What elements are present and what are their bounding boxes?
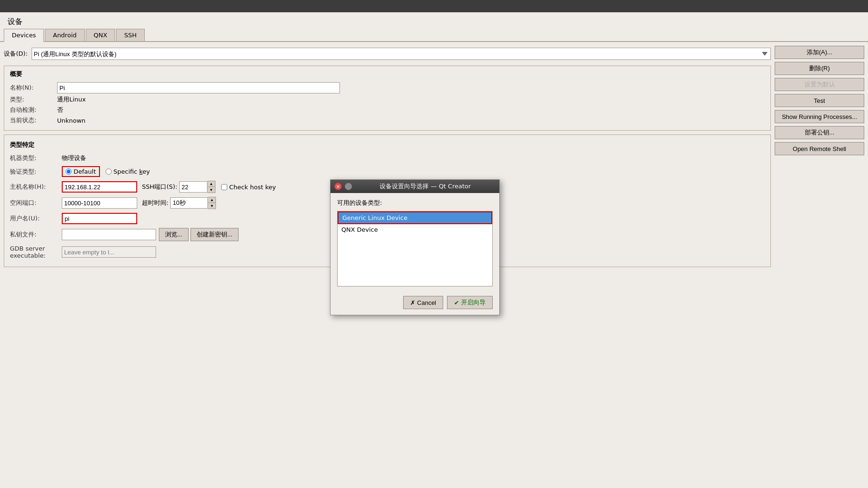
username-input[interactable] <box>62 213 137 224</box>
free-port-label: 空闲端口: <box>10 199 62 207</box>
type-label: 类型: <box>10 95 57 104</box>
gdb-label: GDB server executable: <box>10 245 62 259</box>
machine-type-value: 物理设备 <box>62 154 86 162</box>
modal-close-button[interactable]: ✕ <box>334 183 342 190</box>
ok-label: 开启向导 <box>461 298 486 307</box>
timeout-input[interactable] <box>170 197 208 209</box>
add-button[interactable]: 添加(A)... <box>775 46 864 59</box>
auth-default-option: Default <box>62 166 100 177</box>
machine-type-row: 机器类型: 物理设备 <box>10 154 765 162</box>
device-selector-label: 设备(D): <box>4 50 28 58</box>
hostname-label: 主机名称(H): <box>10 183 62 191</box>
machine-type-label: 机器类型: <box>10 154 62 162</box>
summary-title: 概要 <box>10 70 765 78</box>
autodetect-label: 自动检测: <box>10 106 57 114</box>
create-key-button[interactable]: 创建新密钥... <box>190 228 239 241</box>
ssh-port-down[interactable]: ▼ <box>207 187 215 193</box>
device-list-item-generic[interactable]: Generic Linux Device <box>338 211 492 224</box>
device-list-item-qnx[interactable]: QNX Device <box>338 224 492 235</box>
cancel-icon: ✗ <box>410 299 415 306</box>
name-label: 名称(N): <box>10 84 57 92</box>
tabs-bar: Devices Android QNX SSH <box>0 29 868 42</box>
auth-type-label: 验证类型: <box>10 168 62 176</box>
timeout-down[interactable]: ▼ <box>208 203 215 209</box>
tab-devices[interactable]: Devices <box>4 29 44 42</box>
gdb-input[interactable] <box>62 246 156 258</box>
ssh-port-label: SSH端口(S): <box>142 183 177 191</box>
modal-footer: ✗ Cancel ✔ 开启向导 <box>331 292 499 315</box>
set-default-button[interactable]: 设置为默认 <box>775 78 864 91</box>
username-label: 用户名(U): <box>10 214 62 223</box>
autodetect-value: 否 <box>57 106 63 114</box>
tab-qnx[interactable]: QNX <box>86 29 116 41</box>
modal-body: 可用的设备类型: Generic Linux Device QNX Device <box>331 193 499 292</box>
check-host-key-checkbox[interactable] <box>221 184 227 190</box>
remove-button[interactable]: 删除(R) <box>775 62 864 75</box>
type-specific-title: 类型特定 <box>10 141 765 149</box>
hostname-input[interactable] <box>62 181 137 193</box>
auth-type-row: 验证类型: Default Specific key <box>10 166 765 177</box>
device-selector-row: 设备(D): Pi (通用Linux 类型的默认设备) <box>4 46 771 62</box>
device-selector[interactable]: Pi (通用Linux 类型的默认设备) <box>32 48 771 60</box>
auth-specific-option: Specific key <box>106 168 150 175</box>
status-value: Unknown <box>57 117 85 124</box>
modal-ok-button[interactable]: ✔ 开启向导 <box>447 296 493 309</box>
modal-available-label: 可用的设备类型: <box>337 199 493 207</box>
ssh-port-up[interactable]: ▲ <box>207 181 215 187</box>
check-host-key-label: Check host key <box>221 184 276 191</box>
free-port-input[interactable] <box>62 197 137 209</box>
private-key-label: 私钥文件: <box>10 230 62 239</box>
tab-android[interactable]: Android <box>45 29 84 41</box>
modal-cancel-button[interactable]: ✗ Cancel <box>403 296 443 309</box>
type-row: 类型: 通用Linux <box>10 95 765 104</box>
timeout-buttons: ▲ ▼ <box>208 197 216 209</box>
browse-button[interactable]: 浏览... <box>159 228 189 241</box>
auth-specific-radio[interactable] <box>106 168 112 175</box>
ssh-port-spinbox: ▲ ▼ <box>179 181 215 193</box>
title-bar <box>0 0 868 12</box>
status-label: 当前状态: <box>10 116 57 125</box>
show-running-button[interactable]: Show Running Processes... <box>775 110 864 123</box>
modal-minimize-button[interactable] <box>345 183 352 190</box>
type-value: 通用Linux <box>57 95 86 104</box>
status-row: 当前状态: Unknown <box>10 116 765 125</box>
window-title: 设备 <box>0 12 868 29</box>
autodetect-row: 自动检测: 否 <box>10 106 765 114</box>
ssh-port-input[interactable] <box>179 181 207 193</box>
right-panel: 添加(A)... 删除(R) 设置为默认 Test Show Running P… <box>775 46 864 484</box>
cancel-label: Cancel <box>417 299 436 306</box>
name-input[interactable] <box>57 82 340 93</box>
open-shell-button[interactable]: Open Remote Shell <box>775 142 864 155</box>
tab-ssh[interactable]: SSH <box>116 29 144 41</box>
device-type-list: Generic Linux Device QNX Device <box>337 211 493 286</box>
timeout-spinbox: ▲ ▼ <box>170 197 216 209</box>
deploy-key-button[interactable]: 部署公钥... <box>775 126 864 139</box>
name-row: 名称(N): <box>10 82 765 93</box>
ssh-port-buttons: ▲ ▼ <box>207 181 215 193</box>
auth-specific-label: Specific key <box>114 168 150 175</box>
ok-icon: ✔ <box>454 299 459 306</box>
auth-default-label: Default <box>74 168 96 175</box>
private-key-input[interactable] <box>62 229 156 240</box>
modal-title: 设备设置向导选择 — Qt Creator <box>355 182 496 191</box>
timeout-label: 超时时间: <box>142 199 168 207</box>
summary-section: 概要 名称(N): 类型: 通用Linux 自动检测: 否 当前状态: Unkn… <box>4 66 771 131</box>
auth-radio-group: Default Specific key <box>62 166 150 177</box>
test-button[interactable]: Test <box>775 94 864 107</box>
modal-titlebar: ✕ 设备设置向导选择 — Qt Creator <box>331 180 499 193</box>
timeout-up[interactable]: ▲ <box>208 197 215 203</box>
modal-dialog: ✕ 设备设置向导选择 — Qt Creator 可用的设备类型: Generic… <box>330 179 500 315</box>
auth-default-radio[interactable] <box>66 168 72 175</box>
